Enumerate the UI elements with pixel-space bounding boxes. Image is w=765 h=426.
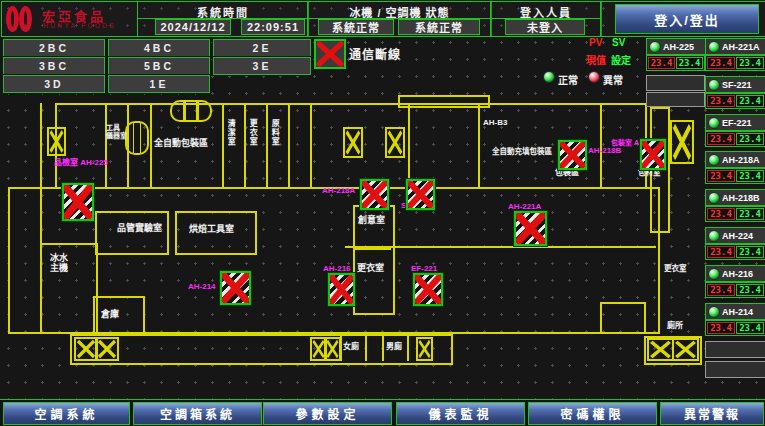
- unit-name: AH-214: [722, 307, 753, 317]
- unit-name: AH-218A: [722, 155, 760, 165]
- ahu-device-comm-fail-icon[interactable]: [220, 271, 251, 305]
- ahu-device-comm-fail-icon[interactable]: [328, 273, 355, 306]
- unit-led-icon: [708, 230, 720, 242]
- unit-led-icon: [708, 79, 720, 91]
- comm-fail-icon: [314, 39, 346, 69]
- ahu-device-comm-fail-icon[interactable]: [640, 139, 666, 170]
- pv-value: 23.4: [707, 322, 735, 334]
- sv-value: 23.4: [736, 57, 764, 69]
- ahu-device-comm-fail-icon[interactable]: [558, 140, 587, 170]
- ahu-device-comm-fail-icon[interactable]: [62, 183, 94, 221]
- nav-button-meter-monitor[interactable]: 儀表監視: [396, 402, 525, 425]
- pv-value: 23.4: [707, 208, 735, 220]
- room-label: 全自動包裝區: [154, 138, 208, 148]
- device-label: AH-218A: [322, 186, 355, 196]
- unit-readings: 23.423.4: [705, 55, 765, 71]
- empty-unit-slot: [705, 361, 765, 378]
- sv-value: 23.4: [736, 284, 764, 296]
- empty-unit-slot: [705, 341, 765, 358]
- unit-readings: 23.423.4: [705, 282, 765, 298]
- room-chiller: [40, 243, 98, 334]
- unit-led-icon: [708, 41, 720, 53]
- ahu-device-comm-fail-icon[interactable]: [413, 273, 443, 306]
- hunya-logo-icon: [6, 6, 36, 32]
- floor-button-2bc[interactable]: 2BC: [3, 39, 105, 57]
- room-label: 更衣室: [248, 119, 257, 146]
- room-label: 創意室: [358, 215, 385, 225]
- wall-step: [600, 302, 646, 334]
- pv-column-label: 現值: [586, 52, 606, 67]
- unit-led-icon: [708, 154, 720, 166]
- room-label: 工具 儀器室: [106, 124, 127, 140]
- pv-value: 23.4: [648, 57, 675, 69]
- pv-value: 23.4: [707, 133, 735, 145]
- system-date-value: 2024/12/12: [155, 19, 231, 35]
- empty-unit-slot: [646, 92, 705, 107]
- pv-value: 23.4: [707, 57, 735, 69]
- pv-value: 23.4: [707, 284, 735, 296]
- unit-led-icon: [708, 268, 720, 280]
- unit-name: AH-224: [722, 231, 753, 241]
- unit-name: AH-216: [722, 269, 753, 279]
- nav-button-alarm[interactable]: 異常警報: [660, 402, 764, 425]
- stair-x-icon: [95, 337, 119, 361]
- floor-button-3d[interactable]: 3D: [3, 75, 105, 93]
- sv-value: 23.4: [736, 322, 764, 334]
- unit-button-ah-218a[interactable]: AH-218A: [705, 151, 765, 168]
- device-label: 包裝室 AH-224: [611, 139, 638, 147]
- revolving-door-icon: [170, 100, 212, 122]
- unit-name: AH-218B: [722, 193, 760, 203]
- unit-readings: 23.423.4: [705, 244, 765, 260]
- unit-button-ef-221[interactable]: EF-221: [705, 114, 765, 131]
- logo-panel: 宏亞食品 HUNYA FOODS: [1, 1, 138, 37]
- floor-button-3e[interactable]: 3E: [213, 57, 311, 75]
- room-label: 女廁: [343, 342, 359, 351]
- unit-led-icon: [708, 306, 720, 318]
- unit-button-ah-225[interactable]: AH-225: [646, 38, 709, 55]
- abnormal-led-icon: [588, 71, 600, 83]
- device-label: 品檢室 AH-225: [54, 158, 100, 168]
- login-logout-button[interactable]: 登入/登出: [615, 4, 759, 34]
- sv-value: 23.4: [736, 208, 764, 220]
- nav-button-parameter-settings[interactable]: 參數設定: [263, 402, 392, 425]
- pv-header: PV: [589, 37, 602, 48]
- room-label: 倉庫: [101, 309, 119, 319]
- floor-button-3bc[interactable]: 3BC: [3, 57, 105, 75]
- room-label: 廁所: [667, 321, 683, 330]
- unit-readings: 23.423.4: [705, 206, 765, 222]
- nav-button-ahu-system[interactable]: 空調箱系統: [133, 402, 262, 425]
- unit-button-ah-214[interactable]: AH-214: [705, 303, 765, 320]
- room-label: 烘焙工具室: [189, 224, 234, 234]
- hmi-screen: 宏亞食品 HUNYA FOODS 系統時間 2024/12/12 22:09:5…: [0, 0, 765, 426]
- stair-x-icon: [47, 127, 66, 156]
- sv-value: 23.4: [736, 170, 764, 182]
- ahu-status: 系統正常: [398, 19, 480, 35]
- normal-led-icon: [543, 71, 555, 83]
- room-label: 冰水 主機: [50, 253, 68, 274]
- room-label: 男廁: [386, 342, 402, 351]
- room-label: 更衣室: [664, 265, 687, 274]
- pv-value: 23.4: [707, 170, 735, 182]
- stair-x-icon: [343, 127, 363, 158]
- unit-button-ah-216[interactable]: AH-216: [705, 265, 765, 282]
- unit-button-ah-218b[interactable]: AH-218B: [705, 189, 765, 206]
- ahu-device-comm-fail-icon[interactable]: [406, 179, 435, 210]
- unit-button-sf-221[interactable]: SF-221: [705, 76, 765, 93]
- device-label: AH-214: [188, 282, 216, 292]
- device-label: AH-218B: [588, 146, 621, 156]
- unit-button-ah-221a[interactable]: AH-221A: [705, 38, 765, 55]
- floor-button-4bc[interactable]: 4BC: [108, 39, 210, 57]
- nav-button-password-auth[interactable]: 密碼權限: [528, 402, 657, 425]
- unit-button-ah-224[interactable]: AH-224: [705, 227, 765, 244]
- floor-button-1e[interactable]: 1E: [108, 75, 210, 93]
- unit-led-icon: [649, 41, 661, 53]
- ahu-device-comm-fail-icon[interactable]: [514, 211, 547, 246]
- room-label: 包材室: [638, 169, 661, 178]
- nav-button-ac-system[interactable]: 空調系統: [3, 402, 130, 425]
- ahu-device-comm-fail-icon[interactable]: [360, 179, 389, 210]
- floor-button-5bc[interactable]: 5BC: [108, 57, 210, 75]
- unit-readings: 23.423.4: [705, 131, 765, 147]
- room-label: 更衣室: [357, 263, 384, 273]
- unit-name: EF-221: [722, 118, 752, 128]
- floor-button-2e[interactable]: 2E: [213, 39, 311, 57]
